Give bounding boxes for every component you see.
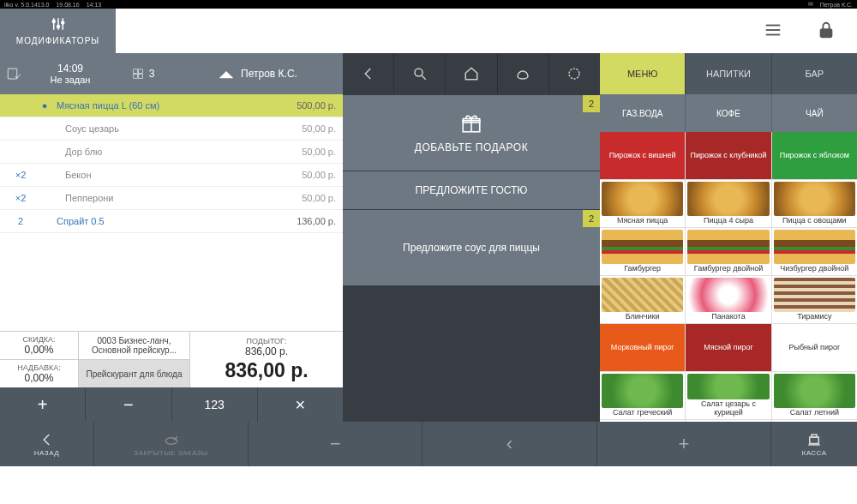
tab-drinks[interactable]: НАПИТКИ: [686, 53, 771, 94]
order-table[interactable]: 3: [113, 68, 173, 80]
closed-orders-button[interactable]: ЗАКРЫТЫЕ ЗАКАЗЫ: [94, 422, 249, 466]
bottom-plus[interactable]: +: [597, 422, 771, 466]
menu-cell[interactable]: Чизбургер двойной: [772, 228, 857, 275]
suggest-header-label: ПРЕДЛОЖИТЕ ГОСТЮ: [416, 184, 528, 196]
tab-bar[interactable]: БАР: [772, 53, 857, 94]
discount-cell[interactable]: СКИДКА: 0,00%: [0, 332, 78, 360]
surcharge-cell[interactable]: НАДБАВКА: 0,00%: [0, 360, 78, 387]
suggest-header: ПРЕДЛОЖИТЕ ГОСТЮ: [343, 171, 600, 209]
qty-minus-button[interactable]: −: [86, 387, 171, 422]
dish-image: [602, 230, 683, 264]
bottom-prev[interactable]: ‹: [423, 422, 596, 466]
app-date: 19.08.16: [56, 2, 79, 8]
total-cell[interactable]: ПОДЫТОГ: 836,00 р. 836,00 р.: [190, 332, 343, 387]
pricelist-option-1[interactable]: 0003 Бизнес-ланч, Основной прейскур...: [79, 332, 189, 360]
order-line[interactable]: ●Мясная пицца L (60 см)500,00 р.: [0, 94, 343, 117]
menu-cell[interactable]: Борщ: [600, 420, 685, 422]
lock-icon[interactable]: [817, 21, 836, 42]
totals: СКИДКА: 0,00% НАДБАВКА: 0,00% 0003 Бизне…: [0, 331, 343, 387]
home-button[interactable]: [446, 53, 497, 94]
os-topbar: iiko v. 5.0.1413.0 19.08.16 14:13 ✉ Петр…: [0, 0, 857, 9]
modifiers-tab[interactable]: МОДИФИКАТОРЫ: [0, 9, 116, 53]
menu-cell[interactable]: Мясной пирог: [686, 324, 770, 371]
svg-point-18: [569, 69, 579, 79]
order-time: 14:09: [57, 63, 83, 75]
bottom-bar: НАЗАД ЗАКРЫТЫЕ ЗАКАЗЫ − ‹ + КАССА: [0, 422, 857, 466]
suggest-title: Предложите соус для пиццы: [403, 242, 540, 254]
back-button[interactable]: НАЗАД: [0, 422, 94, 466]
menu-cell[interactable]: Пирожок с яблоком: [772, 132, 857, 179]
line-price: 50,00 р.: [285, 193, 336, 203]
menu-cell[interactable]: Харчо: [772, 420, 857, 422]
search-button[interactable]: [394, 53, 446, 94]
cell-label: Салат летний: [790, 409, 839, 417]
menu-cell[interactable]: Рыбный пирог: [772, 324, 857, 371]
back-label: НАЗАД: [34, 449, 59, 457]
cashier-button[interactable]: КАССА: [771, 422, 857, 466]
subtotal-label: ПОДЫТОГ:: [247, 337, 287, 345]
back-arrow-button[interactable]: [343, 53, 394, 94]
order-line[interactable]: ×2Бекон50,00 р.: [0, 164, 343, 187]
suggest-card[interactable]: 2 Предложите соус для пиццы: [343, 210, 600, 285]
menu-cell[interactable]: Гаспачо: [686, 420, 770, 422]
menu-cell[interactable]: Гамбургер двойной: [686, 228, 770, 275]
cat-water[interactable]: ГАЗ.ВОДА: [600, 94, 686, 132]
cell-label: Салат цезарь с курицей: [687, 400, 769, 417]
menu-icon[interactable]: [764, 21, 782, 42]
order-line[interactable]: 2Спрайт 0.5136,00 р.: [0, 210, 343, 233]
dish-image: [687, 374, 769, 399]
menu-cell[interactable]: Тирамису: [772, 276, 857, 323]
menu-cell[interactable]: Панакота: [686, 276, 770, 323]
order-check-icon[interactable]: [0, 66, 27, 81]
qty-num-button[interactable]: 123: [172, 387, 258, 422]
menu-cell[interactable]: Салат цезарь с курицей: [686, 372, 770, 419]
order-line[interactable]: ×2Пепперони50,00 р.: [0, 187, 343, 210]
line-name: Мясная пицца L (60 см): [57, 100, 285, 111]
line-qty: ×2: [9, 193, 33, 203]
cell-label: Рыбный пирог: [788, 344, 840, 352]
order-line[interactable]: Дор блю50,00 р.: [0, 141, 343, 164]
menu-cell[interactable]: Пирожок с клубникой: [686, 132, 770, 179]
svg-rect-23: [810, 437, 819, 444]
svg-point-16: [415, 69, 423, 76]
menu-cell[interactable]: Морковный пирог: [600, 324, 685, 371]
bottom-minus[interactable]: −: [249, 422, 423, 466]
tab-menu[interactable]: МЕНЮ: [600, 53, 686, 94]
menu-cell[interactable]: Гамбургер: [600, 228, 685, 275]
dish-image: [774, 230, 855, 264]
dish-image: [774, 374, 855, 408]
surcharge-value: 0,00%: [24, 372, 53, 384]
menu-cell[interactable]: Пицца с овощами: [772, 180, 857, 227]
menu-cell[interactable]: Пирожок с вишней: [600, 132, 685, 179]
qty-clear-button[interactable]: ×: [258, 387, 343, 422]
dish-image: [602, 278, 683, 312]
menu-cell[interactable]: Мясная пицца: [600, 180, 685, 227]
menu-cell[interactable]: Блинчики: [600, 276, 685, 323]
cell-label: Пирожок с вишней: [609, 152, 676, 160]
dish-button[interactable]: [498, 53, 549, 94]
svg-rect-14: [138, 75, 142, 79]
cell-label: Пицца с овощами: [782, 217, 847, 225]
menu-cell[interactable]: Салат греческий: [600, 372, 685, 419]
cell-label: Тирамису: [797, 313, 831, 321]
menu-cell[interactable]: Пицца 4 сыра: [686, 180, 770, 227]
subtotal-value: 836,00 р.: [245, 345, 288, 357]
line-price: 50,00 р.: [285, 123, 336, 134]
pricelist-option-2[interactable]: Прейскурант для блюда: [79, 360, 189, 387]
cat-coffee[interactable]: КОФЕ: [686, 94, 771, 132]
cell-label: Чизбургер двойной: [780, 265, 848, 273]
app-header: МОДИФИКАТОРЫ: [0, 9, 857, 53]
svg-line-17: [422, 75, 426, 80]
cat-tea[interactable]: ЧАЙ: [772, 94, 857, 132]
qty-plus-button[interactable]: +: [0, 387, 86, 422]
svg-rect-9: [821, 29, 832, 37]
menu-cell[interactable]: Салат летний: [772, 372, 857, 419]
dish-image: [774, 278, 855, 312]
svg-rect-15: [220, 77, 233, 79]
refresh-button[interactable]: [549, 53, 600, 94]
line-price: 50,00 р.: [285, 170, 336, 180]
modifiers-label: МОДИФИКАТОРЫ: [16, 36, 99, 45]
order-waiter[interactable]: Петров К.С.: [173, 68, 343, 80]
gift-card[interactable]: 2 ДОБАВЬТЕ ПОДАРОК: [343, 95, 600, 171]
order-line[interactable]: Соус цезарь50,00 р.: [0, 117, 343, 141]
